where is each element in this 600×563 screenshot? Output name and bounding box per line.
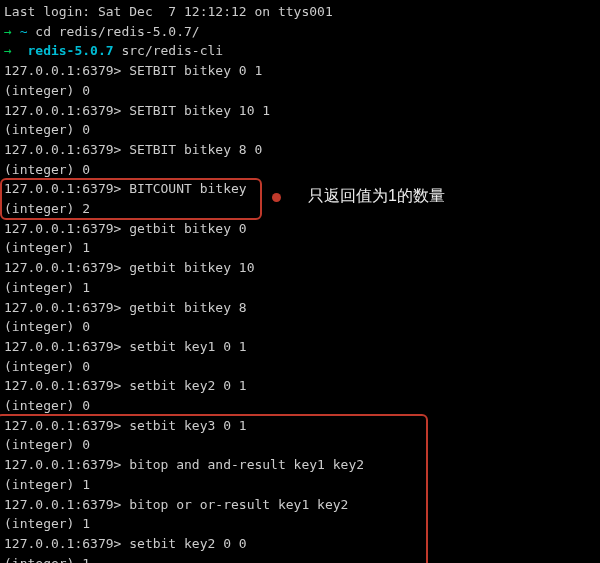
command-text: setbit key2 0 0 xyxy=(129,536,246,551)
redis-prompt: 127.0.0.1:6379> xyxy=(4,300,129,315)
command-text: bitop or or-result key1 key2 xyxy=(129,497,348,512)
cmd-line[interactable]: 127.0.0.1:6379> setbit key3 0 1 xyxy=(4,416,596,436)
result-line: (integer) 1 xyxy=(4,278,596,298)
redis-prompt: 127.0.0.1:6379> xyxy=(4,260,129,275)
redis-prompt: 127.0.0.1:6379> xyxy=(4,142,129,157)
result-line: (integer) 1 xyxy=(4,238,596,258)
redis-prompt: 127.0.0.1:6379> xyxy=(4,181,129,196)
cmd-line[interactable]: 127.0.0.1:6379> getbit bitkey 10 xyxy=(4,258,596,278)
command-text: SETBIT bitkey 0 1 xyxy=(129,63,262,78)
redis-prompt: 127.0.0.1:6379> xyxy=(4,418,129,433)
dir-name: redis-5.0.7 xyxy=(20,43,114,58)
cli-command: src/redis-cli xyxy=(114,43,224,58)
command-text: SETBIT bitkey 8 0 xyxy=(129,142,262,157)
command-text: BITCOUNT bitkey xyxy=(129,181,246,196)
cli-line[interactable]: → redis-5.0.7 src/redis-cli xyxy=(4,41,596,61)
cmd-line[interactable]: 127.0.0.1:6379> SETBIT bitkey 8 0 xyxy=(4,140,596,160)
cmd-line[interactable]: 127.0.0.1:6379> setbit key1 0 1 xyxy=(4,337,596,357)
result-line: (integer) 2 xyxy=(4,199,596,219)
command-text: getbit bitkey 0 xyxy=(129,221,246,236)
redis-prompt: 127.0.0.1:6379> xyxy=(4,536,129,551)
result-line: (integer) 0 xyxy=(4,396,596,416)
result-line: (integer) 0 xyxy=(4,435,596,455)
cmd-line[interactable]: 127.0.0.1:6379> setbit key2 0 1 xyxy=(4,376,596,396)
result-line: (integer) 0 xyxy=(4,357,596,377)
result-line: (integer) 0 xyxy=(4,120,596,140)
cmd-line[interactable]: 127.0.0.1:6379> setbit key2 0 0 xyxy=(4,534,596,554)
result-line: (integer) 0 xyxy=(4,317,596,337)
cmd-line[interactable]: 127.0.0.1:6379> SETBIT bitkey 0 1 xyxy=(4,61,596,81)
prompt-arrow: → xyxy=(4,24,20,39)
command-text: setbit key3 0 1 xyxy=(129,418,246,433)
command-text: bitop and and-result key1 key2 xyxy=(129,457,364,472)
redis-prompt: 127.0.0.1:6379> xyxy=(4,497,129,512)
cmd-line[interactable]: 127.0.0.1:6379> bitop or or-result key1 … xyxy=(4,495,596,515)
command-text: setbit key1 0 1 xyxy=(129,339,246,354)
result-line: (integer) 1 xyxy=(4,475,596,495)
redis-prompt: 127.0.0.1:6379> xyxy=(4,221,129,236)
command-text: setbit key2 0 1 xyxy=(129,378,246,393)
prompt-arrow: → xyxy=(4,43,20,58)
command-text: getbit bitkey 8 xyxy=(129,300,246,315)
redis-prompt: 127.0.0.1:6379> xyxy=(4,378,129,393)
cmd-line[interactable]: 127.0.0.1:6379> BITCOUNT bitkey xyxy=(4,179,596,199)
cmd-line[interactable]: 127.0.0.1:6379> SETBIT bitkey 10 1 xyxy=(4,101,596,121)
cd-line[interactable]: → ~ cd redis/redis-5.0.7/ xyxy=(4,22,596,42)
redis-prompt: 127.0.0.1:6379> xyxy=(4,63,129,78)
login-line: Last login: Sat Dec 7 12:12:12 on ttys00… xyxy=(4,2,596,22)
cmd-line[interactable]: 127.0.0.1:6379> getbit bitkey 8 xyxy=(4,298,596,318)
result-line: (integer) 0 xyxy=(4,81,596,101)
result-line: (integer) 1 xyxy=(4,514,596,534)
cd-command: cd redis/redis-5.0.7/ xyxy=(27,24,199,39)
redis-prompt: 127.0.0.1:6379> xyxy=(4,457,129,472)
redis-prompt: 127.0.0.1:6379> xyxy=(4,103,129,118)
cmd-line[interactable]: 127.0.0.1:6379> getbit bitkey 0 xyxy=(4,219,596,239)
result-line: (integer) 0 xyxy=(4,160,596,180)
cmd-line[interactable]: 127.0.0.1:6379> bitop and and-result key… xyxy=(4,455,596,475)
command-text: SETBIT bitkey 10 1 xyxy=(129,103,270,118)
redis-prompt: 127.0.0.1:6379> xyxy=(4,339,129,354)
command-text: getbit bitkey 10 xyxy=(129,260,254,275)
result-line: (integer) 1 xyxy=(4,554,596,563)
